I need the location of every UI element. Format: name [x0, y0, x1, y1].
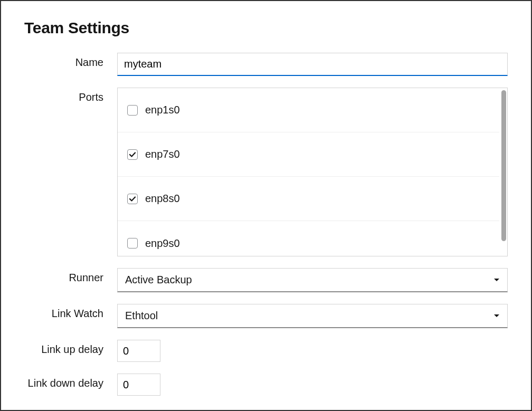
- label-link-down-delay: Link down delay: [24, 374, 117, 389]
- row-runner: Runner Active Backup: [24, 268, 508, 292]
- row-link-watch: Link Watch Ethtool: [24, 304, 508, 328]
- port-item-enp1s0[interactable]: enp1s0: [118, 88, 499, 132]
- caret-down-icon: [493, 314, 500, 318]
- row-link-down-delay: Link down delay: [24, 374, 508, 396]
- page: Team Settings Name Ports enp1s0: [1, 1, 531, 401]
- field-link-up-delay: [117, 340, 508, 362]
- row-name: Name: [24, 53, 508, 76]
- field-runner: Active Backup: [117, 268, 508, 292]
- ports-list: enp1s0 enp7s0 enp8s0: [117, 88, 508, 256]
- label-runner: Runner: [24, 268, 117, 284]
- settings-window: Team Settings Name Ports enp1s0: [0, 0, 532, 411]
- page-title: Team Settings: [24, 19, 508, 37]
- runner-select[interactable]: Active Backup: [117, 268, 508, 292]
- port-label: enp1s0: [145, 104, 180, 116]
- scrollbar-thumb[interactable]: [501, 90, 506, 241]
- field-link-watch: Ethtool: [117, 304, 508, 328]
- port-label: enp7s0: [145, 148, 180, 160]
- field-ports: enp1s0 enp7s0 enp8s0: [117, 88, 508, 256]
- port-item-enp9s0[interactable]: enp9s0: [118, 221, 499, 256]
- link-up-delay-input[interactable]: [117, 340, 160, 362]
- field-link-down-delay: [117, 374, 508, 396]
- field-name: [117, 53, 508, 76]
- port-label: enp8s0: [145, 193, 180, 205]
- port-item-enp8s0[interactable]: enp8s0: [118, 177, 499, 221]
- label-ports: Ports: [24, 88, 117, 103]
- caret-down-icon: [493, 278, 500, 282]
- label-link-up-delay: Link up delay: [24, 340, 117, 356]
- runner-value: Active Backup: [125, 274, 192, 286]
- checkbox-unchecked-icon[interactable]: [127, 105, 138, 116]
- ports-scroll[interactable]: enp1s0 enp7s0 enp8s0: [118, 88, 499, 256]
- port-label: enp9s0: [145, 237, 180, 250]
- label-link-watch: Link Watch: [24, 304, 117, 320]
- checkbox-unchecked-icon[interactable]: [127, 238, 138, 248]
- label-name: Name: [24, 53, 117, 69]
- row-ports: Ports enp1s0 enp7s0: [24, 88, 508, 256]
- port-item-enp7s0[interactable]: enp7s0: [118, 132, 499, 177]
- checkbox-checked-icon[interactable]: [127, 194, 138, 204]
- name-input[interactable]: [117, 53, 508, 76]
- link-down-delay-input[interactable]: [117, 374, 160, 396]
- checkbox-checked-icon[interactable]: [127, 149, 138, 160]
- link-watch-value: Ethtool: [125, 310, 158, 322]
- link-watch-select[interactable]: Ethtool: [117, 304, 508, 328]
- row-link-up-delay: Link up delay: [24, 340, 508, 362]
